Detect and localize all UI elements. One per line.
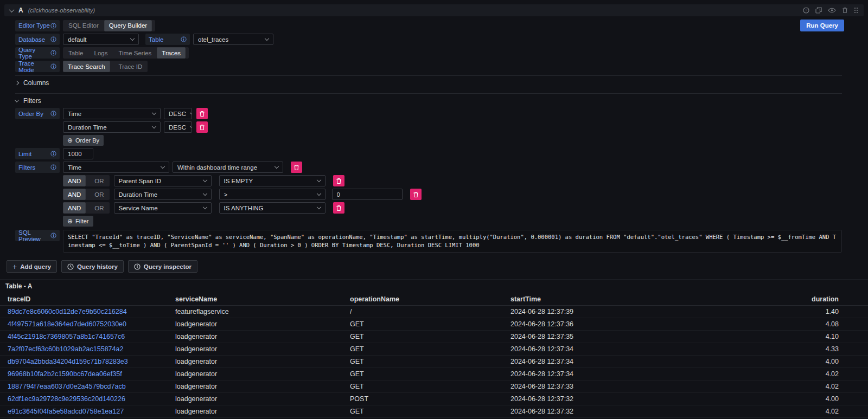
info-icon[interactable] (50, 36, 56, 42)
trace-id-link[interactable]: 4f497571a618e364ed7ded60752030e0 (8, 320, 175, 328)
info-icon[interactable] (50, 151, 56, 157)
remove-filter-button[interactable] (410, 189, 422, 200)
filter-value-input[interactable] (332, 189, 403, 200)
run-query-button[interactable]: Run Query (800, 20, 844, 31)
option-and[interactable]: AND (63, 189, 86, 200)
remove-filter-button[interactable] (333, 175, 344, 186)
trace-id-link[interactable]: 89dc7e8c6060c0d12de7e9b50c216284 (8, 308, 175, 315)
info-icon[interactable] (50, 23, 56, 29)
chevron-down-icon (152, 124, 156, 128)
chevron-down-icon (190, 111, 192, 115)
remove-order-by-button[interactable] (196, 108, 208, 119)
option-and[interactable]: AND (63, 202, 86, 214)
chevron-down-icon (316, 191, 321, 196)
table-cell: 4.00 (676, 358, 839, 365)
option-traces[interactable]: Traces (157, 47, 186, 59)
table-cell: loadgenerator (175, 345, 350, 353)
filters-section-header[interactable]: Filters (15, 93, 842, 108)
option-or[interactable]: OR (89, 189, 109, 200)
svg-text:?: ? (805, 8, 807, 12)
filter-operator-select[interactable]: Within dashboard time range (173, 162, 283, 173)
column-header-serviceName[interactable]: serviceName (175, 295, 350, 303)
chevron-down-icon (202, 178, 207, 182)
info-icon[interactable] (50, 111, 56, 117)
info-icon[interactable] (50, 50, 56, 56)
filter-operator-select[interactable]: IS EMPTY (219, 175, 326, 186)
info-icon[interactable] (50, 233, 56, 238)
editor-type-label: Editor Type (15, 20, 60, 31)
trace-id-link[interactable]: 4f45c21918c73698057a8b1c741657c6 (8, 333, 175, 340)
column-header-traceID[interactable]: traceID (8, 295, 175, 303)
table-cell: / (350, 308, 510, 315)
table-cell: 2024-06-28 12:37:34 (510, 370, 676, 378)
table-cell: loadgenerator (175, 358, 350, 365)
trash-icon (413, 191, 419, 198)
filter-field-select[interactable]: Duration Time (114, 189, 212, 200)
option-trace-id[interactable]: Trace ID (113, 61, 148, 72)
trace-id-link[interactable]: 7a2f07ecf63c60b1029ab2ac155874a2 (8, 345, 175, 353)
order-by-field-select[interactable]: Duration Time (63, 121, 161, 133)
column-header-startTime[interactable]: startTime (510, 295, 676, 303)
table-cell: 2024-06-28 12:37:34 (510, 358, 676, 365)
filter-field-select[interactable]: Time (63, 162, 169, 173)
option-sql-editor[interactable]: SQL Editor (63, 20, 104, 31)
option-or[interactable]: OR (89, 202, 109, 214)
query-ref-id[interactable]: A (18, 7, 23, 14)
query-inspector-button[interactable]: Query inspector (128, 260, 197, 273)
columns-section-header[interactable]: Columns (15, 75, 842, 90)
info-icon[interactable] (181, 36, 187, 42)
trash-icon[interactable] (842, 7, 848, 14)
drag-handle-icon[interactable] (854, 7, 858, 14)
trace-id-link[interactable]: 1887794f7eaa6037d0e2a4579bcd7acb (8, 383, 175, 390)
table-cell: GET (350, 408, 510, 415)
option-logs[interactable]: Logs (89, 47, 113, 59)
eye-icon[interactable] (828, 8, 836, 13)
table-select[interactable]: otel_traces (193, 34, 273, 45)
query-history-button[interactable]: Query history (61, 260, 124, 273)
trace-id-link[interactable]: 96968b10fa2b2c1590bc67dea06ef35f (8, 370, 175, 378)
order-by-field-select[interactable]: Time (63, 108, 161, 119)
filter-field-select[interactable]: Parent Span ID (114, 175, 212, 186)
remove-filter-button[interactable] (291, 162, 302, 173)
option-table[interactable]: Table (63, 47, 89, 59)
option-or[interactable]: OR (89, 175, 109, 186)
info-icon[interactable] (50, 63, 56, 69)
trace-id-link[interactable]: db9704a2bbda34204d159c71b78283e3 (8, 358, 175, 365)
column-header-duration[interactable]: duration (676, 295, 839, 303)
condition-join-toggle: ANDOR (63, 202, 110, 214)
chevron-down-icon (202, 205, 207, 209)
option-time-series[interactable]: Time Series (113, 47, 157, 59)
chevron-right-icon (15, 81, 19, 85)
order-by-direction-select[interactable]: DESC (164, 121, 192, 133)
help-circle-icon[interactable]: ? (803, 7, 809, 14)
duplicate-query-icon[interactable] (815, 7, 822, 14)
option-query-builder[interactable]: Query Builder (104, 20, 152, 31)
info-icon[interactable] (50, 164, 56, 170)
database-select[interactable]: default (63, 34, 139, 45)
add-filter-button[interactable]: ⊕ Filter (63, 216, 93, 227)
limit-input[interactable] (63, 148, 93, 159)
table-cell: GET (350, 370, 510, 378)
table-cell: loadgenerator (175, 370, 350, 378)
filter-operator-select[interactable]: IS ANYTHING (219, 202, 326, 214)
remove-filter-button[interactable] (333, 202, 344, 214)
table-panel: Table - A traceIDserviceNameoperationNam… (0, 279, 868, 419)
chevron-down-icon (15, 98, 19, 102)
chevron-down-icon (265, 36, 269, 41)
trace-id-link[interactable]: 62df1ec9a29728c9e29536c20d140226 (8, 395, 175, 403)
panel-title[interactable]: Table - A (0, 280, 868, 293)
option-trace-search[interactable]: Trace Search (63, 61, 110, 72)
collapse-chevron-icon[interactable] (9, 7, 15, 12)
remove-order-by-button[interactable] (196, 121, 208, 133)
filter-operator-select[interactable]: > (219, 189, 326, 200)
filter-field-select[interactable]: Service Name (114, 202, 212, 214)
trace-id-link[interactable]: e91c3645f04fa5e58adcd0758e1ea127 (8, 408, 175, 415)
add-order-by-button[interactable]: ⊕ Order By (63, 135, 104, 146)
query-row-header: A (clickhouse-observability) ? (4, 4, 864, 16)
column-header-operationName[interactable]: operationName (350, 295, 510, 303)
add-query-button[interactable]: + Add query (7, 260, 57, 273)
trash-icon (336, 178, 342, 184)
order-by-direction-select[interactable]: DESC (164, 108, 192, 119)
option-and[interactable]: AND (63, 175, 86, 186)
datasource-name: (clickhouse-observability) (28, 7, 95, 14)
